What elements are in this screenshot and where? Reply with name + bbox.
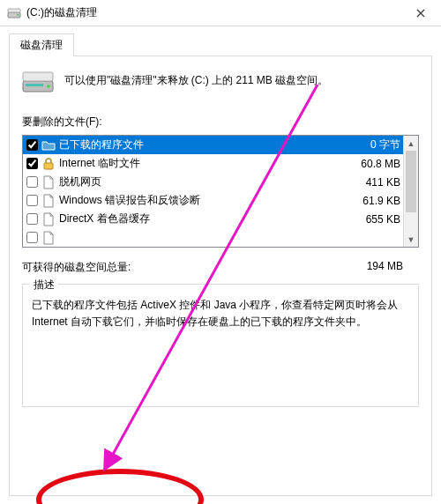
file-label: Windows 错误报告和反馈诊断 [59, 193, 363, 208]
file-label: Internet 临时文件 [59, 156, 361, 171]
file-list-row[interactable]: Windows 错误报告和反馈诊断61.9 KB [23, 191, 418, 210]
annotation-ellipse [36, 469, 204, 504]
tab-disk-cleanup[interactable]: 磁盘清理 [9, 33, 74, 56]
description-group: 描述 已下载的程序文件包括 ActiveX 控件和 Java 小程序，你查看特定… [22, 284, 419, 407]
file-label: 脱机网页 [59, 174, 366, 189]
file-list[interactable]: 已下载的程序文件0 字节Internet 临时文件60.8 MB脱机网页411 … [22, 135, 419, 248]
svg-point-6 [47, 85, 50, 88]
total-value: 194 MB [367, 260, 419, 275]
scroll-down-icon[interactable]: ▼ [404, 232, 418, 247]
file-checkbox[interactable] [26, 213, 38, 225]
file-label: DirectX 着色器缓存 [59, 211, 366, 226]
drive-icon [7, 6, 21, 20]
svg-rect-7 [44, 163, 53, 169]
scroll-up-icon[interactable]: ▲ [404, 136, 418, 151]
svg-rect-1 [8, 9, 20, 12]
description-legend: 描述 [30, 278, 58, 293]
file-type-icon [41, 231, 56, 245]
file-list-row[interactable]: 脱机网页411 KB [23, 173, 418, 191]
scrollbar[interactable]: ▲ ▼ [403, 136, 418, 247]
svg-rect-4 [23, 72, 53, 81]
total-row: 可获得的磁盘空间总量: 194 MB [22, 260, 419, 275]
description-text: 已下载的程序文件包括 ActiveX 控件和 Java 小程序，你查看特定网页时… [32, 297, 409, 330]
svg-rect-5 [26, 84, 43, 86]
svg-point-2 [18, 14, 19, 16]
file-checkbox[interactable] [26, 195, 38, 206]
file-label: 已下载的程序文件 [59, 137, 370, 152]
file-type-icon [41, 212, 56, 226]
file-type-icon [41, 194, 56, 208]
intro-row: 可以使用"磁盘清理"来释放 (C:) 上的 211 MB 磁盘空间。 [22, 69, 419, 95]
file-checkbox[interactable] [26, 158, 38, 169]
file-checkbox[interactable] [26, 176, 38, 188]
file-type-icon [41, 175, 56, 189]
file-checkbox[interactable] [26, 232, 38, 243]
tab-panel: 可以使用"磁盘清理"来释放 (C:) 上的 211 MB 磁盘空间。 要删除的文… [9, 56, 432, 496]
dialog-content: 磁盘清理 可以使用"磁盘清理"来释放 (C:) 上的 211 MB 磁盘空间。 … [0, 26, 441, 496]
titlebar: (C:)的磁盘清理 [0, 0, 441, 26]
intro-text: 可以使用"磁盘清理"来释放 (C:) 上的 211 MB 磁盘空间。 [64, 69, 328, 88]
total-label: 可获得的磁盘空间总量: [22, 260, 367, 275]
file-type-icon [41, 157, 56, 171]
file-list-row[interactable]: 已下载的程序文件0 字节 [23, 136, 418, 154]
file-list-row[interactable]: DirectX 着色器缓存655 KB [23, 210, 418, 228]
tab-strip: 磁盘清理 [9, 33, 432, 56]
file-list-row[interactable]: Internet 临时文件60.8 MB [23, 154, 418, 173]
file-type-icon [41, 138, 56, 152]
window-title: (C:)的磁盘清理 [26, 5, 97, 20]
file-list-row[interactable] [23, 228, 418, 247]
files-to-delete-label: 要删除的文件(F): [22, 115, 419, 130]
drive-large-icon [22, 69, 54, 95]
scroll-thumb[interactable] [406, 151, 416, 212]
file-checkbox[interactable] [26, 139, 38, 151]
close-button[interactable] [400, 0, 441, 26]
